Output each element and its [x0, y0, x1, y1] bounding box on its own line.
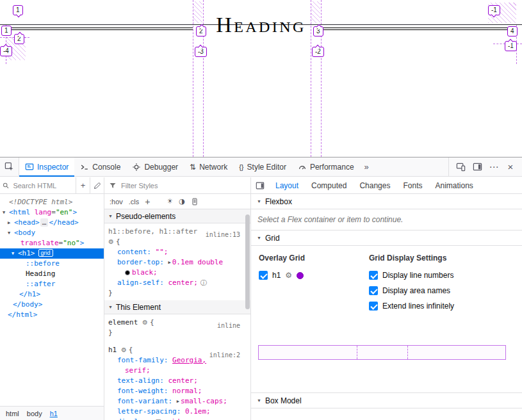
collapsed-content-ellipsis[interactable]: … [40, 218, 49, 227]
rule-selector[interactable]: h1 [108, 346, 121, 354]
css-declaration[interactable]: letter-spacing: 0.1em; [108, 407, 247, 417]
grid-preview-column[interactable] [408, 346, 505, 359]
rule-selector[interactable]: element [108, 318, 142, 327]
css-declaration[interactable]: display: ▦grid; [108, 417, 247, 420]
section-header-box-model[interactable]: ▼ Box Model [251, 393, 522, 408]
css-declaration[interactable]: border-top: ▶0.1em double [108, 257, 247, 268]
section-header-pseudo-elements[interactable]: ▼ Pseudo-elements [104, 209, 250, 223]
grid-line-number-marker: 2 [14, 34, 24, 44]
css-declaration[interactable]: font-variant: ▶small-caps; [108, 396, 247, 407]
pick-element-button[interactable] [0, 158, 19, 176]
network-icon: ⇅ [190, 163, 196, 172]
tab-console[interactable]: Console [74, 158, 126, 176]
dock-side-button[interactable] [469, 159, 485, 175]
css-declaration-wrap[interactable]: serif; [108, 366, 247, 376]
grid-line-number-marker: 1 [13, 5, 23, 15]
breadcrumb-item-h1[interactable]: h1 [50, 410, 58, 417]
grid-settings-gear-icon[interactable]: ⚙ [285, 271, 292, 280]
tab-computed[interactable]: Computed [305, 177, 353, 193]
tab-animations[interactable]: Animations [428, 177, 479, 193]
grid-preview-column[interactable] [357, 346, 408, 359]
css-declaration[interactable]: content: ""; [108, 247, 247, 257]
css-declaration[interactable]: text-align: center; [108, 376, 247, 386]
color-swatch-black[interactable] [125, 270, 130, 275]
breadcrumb-item-html[interactable]: html [6, 410, 19, 417]
sidebar-toggle-button[interactable] [251, 177, 269, 193]
search-input[interactable] [12, 181, 73, 190]
display-area-names-checkbox[interactable] [369, 286, 378, 295]
markup-line-text[interactable]: Heading [0, 269, 104, 279]
responsive-design-button[interactable] [453, 159, 468, 175]
tab-changes[interactable]: Changes [353, 177, 396, 193]
browser-devtools-window: Heading 1 -1 1 2 2 3 4 -4 -3 -2 -1 Inspe… [0, 0, 522, 420]
tab-performance[interactable]: Performance [292, 158, 360, 176]
breadcrumb-item-body[interactable]: body [27, 410, 42, 417]
devtools: Inspector Console Debugger ⇅ Network {} … [0, 157, 522, 420]
markup-line-head[interactable]: ▶<head>…</head> [0, 218, 104, 228]
markup-line-html-open[interactable]: ▼<html lang="en"> [0, 207, 104, 218]
display-line-numbers-checkbox[interactable] [369, 271, 378, 280]
add-node-button[interactable]: + [76, 177, 90, 193]
pseudo-class-toggle-button[interactable]: :hov [110, 198, 123, 206]
section-header-grid[interactable]: ▼ Grid [251, 230, 522, 246]
rules-scrollbar-thumb[interactable] [245, 214, 250, 309]
tab-inspector[interactable]: Inspector [19, 158, 74, 176]
rule-selector[interactable]: h1::before, h1::after [108, 227, 197, 236]
extend-lines-infinitely-checkbox[interactable] [369, 302, 378, 311]
twisty-icon[interactable]: ▼ [12, 248, 18, 259]
color-scheme-simulation-icon[interactable]: ◑ [179, 197, 185, 206]
markup-line-before[interactable]: ::before [0, 259, 104, 269]
overlay-grid-checkbox[interactable] [259, 271, 268, 280]
expand-shorthand-icon[interactable]: ▶ [168, 260, 170, 265]
search-box[interactable] [0, 181, 76, 190]
tab-fonts[interactable]: Fonts [396, 177, 428, 193]
tab-layout[interactable]: Layout [269, 177, 305, 193]
debugger-icon [132, 163, 141, 172]
markup-toolbar: + [0, 177, 104, 194]
markup-line-after[interactable]: ::after [0, 279, 104, 289]
eyedropper-icon [94, 182, 101, 190]
twisty-icon[interactable]: ▼ [8, 228, 14, 238]
markup-line-html-close[interactable]: </html> [0, 310, 104, 320]
expand-shorthand-icon[interactable]: ▶ [177, 399, 179, 404]
css-declaration[interactable]: font-family: Georgia, [108, 355, 247, 366]
filter-styles-input[interactable] [120, 181, 246, 190]
class-toggle-button[interactable]: .cls [129, 198, 140, 206]
tab-label: Inspector [37, 163, 69, 172]
menu-button[interactable]: ⋯ [486, 159, 502, 175]
eyedropper-button[interactable] [90, 177, 104, 193]
more-tabs-button[interactable]: » [360, 158, 373, 176]
grid-line-number-marker: -2 [312, 47, 324, 57]
close-devtools-button[interactable]: × [503, 159, 518, 175]
css-declaration[interactable]: font-weight: normal; [108, 386, 247, 396]
grid-section-body: Overlay Grid h1 ⚙ Grid Display Settings [251, 246, 522, 393]
tab-debugger[interactable]: Debugger [126, 158, 184, 176]
search-icon [3, 182, 9, 190]
tab-style-editor[interactable]: {} Style Editor [233, 158, 292, 176]
markup-line-h1-close[interactable]: </h1> [0, 289, 104, 300]
section-caret-icon: ▼ [108, 305, 113, 309]
grid-color-swatch[interactable] [297, 272, 304, 279]
twisty-icon[interactable]: ▶ [8, 218, 14, 228]
font-family-link[interactable]: Georgia, [172, 356, 206, 364]
grid-preview-column[interactable] [259, 346, 357, 359]
performance-icon [298, 163, 307, 172]
grid-badge[interactable]: grid [38, 249, 53, 257]
twisty-icon[interactable]: ▼ [3, 207, 9, 218]
section-header-flexbox[interactable]: ▼ Flexbox [251, 194, 522, 209]
overlay-grid-title: Overlay Grid [259, 254, 369, 262]
markup-line-body-close[interactable]: </body> [0, 300, 104, 310]
markup-line-body-open[interactable]: ▼<body [0, 228, 104, 238]
css-declaration-wrap[interactable]: black; [108, 268, 247, 278]
add-rule-button[interactable]: + [145, 197, 150, 207]
markup-line-doctype[interactable]: <!DOCTYPE html> [0, 197, 104, 207]
tab-network[interactable]: ⇅ Network [184, 158, 233, 176]
section-caret-icon: ▼ [257, 199, 261, 204]
markup-line-h1-selected[interactable]: ▼<h1>grid [0, 248, 104, 259]
section-header-this-element[interactable]: ▼ This Element [104, 300, 250, 314]
light-mode-simulation-icon[interactable]: ☀ [167, 197, 173, 206]
print-media-simulation-icon[interactable] [191, 198, 199, 206]
css-declaration[interactable]: align-self: center;ⓘ [108, 278, 247, 288]
devtools-toolbar: Inspector Console Debugger ⇅ Network {} … [0, 158, 522, 177]
markup-line-body-attr[interactable]: translate="no"> [0, 238, 104, 248]
